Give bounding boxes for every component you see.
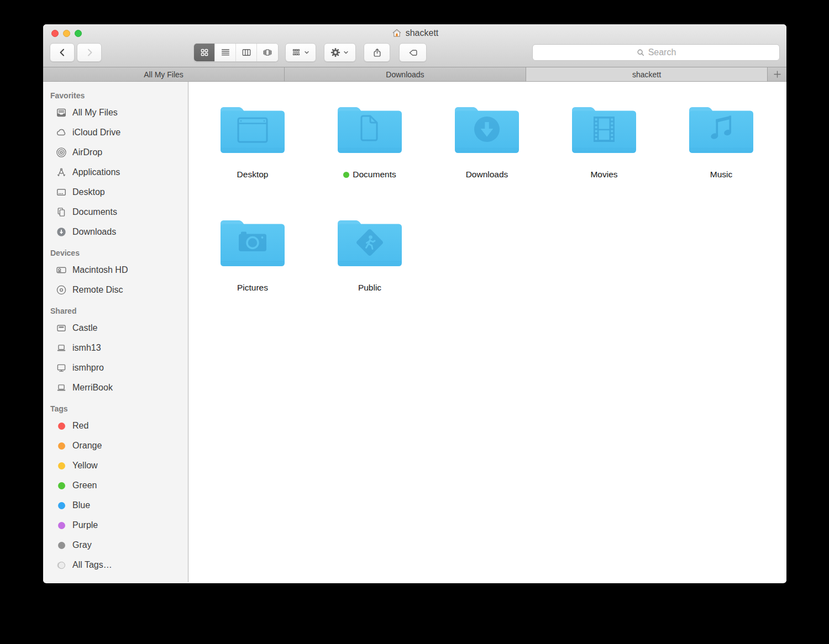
sidebar-item-green[interactable]: Green [43,476,188,495]
sidebar-item-all-tags[interactable]: All Tags… [43,555,188,575]
folder-label-row: Desktop [237,170,269,180]
folder-label-row: Documents [343,170,396,180]
sidebar-item-macintosh-hd[interactable]: Macintosh HD [43,260,188,280]
tab-shackett[interactable]: shackett [526,67,768,81]
desktop-background: shackett Search All My FilesDownloadssha… [0,0,829,644]
sidebar-item-label: AirDrop [72,147,102,157]
main-area: FavoritesAll My FilesiCloud DriveAirDrop… [43,82,786,582]
coverflow-view-button[interactable] [257,44,278,61]
sidebar-item-orange[interactable]: Orange [43,436,188,456]
back-chevron-icon [57,47,68,58]
folder-movies[interactable]: Movies [545,102,663,215]
sidebar-section-devices: DevicesMacintosh HDRemote Disc [43,246,188,300]
finder-window: shackett Search All My FilesDownloadssha… [43,24,786,583]
sidebar-item-label: ismhpro [72,363,104,373]
sidebar-item-airdrop[interactable]: AirDrop [43,142,188,162]
sidebar-item-merribook[interactable]: MerriBook [43,378,188,398]
sidebar-item-all-my-files[interactable]: All My Files [43,103,188,123]
sidebar-item-label: Remote Disc [72,285,123,295]
folder-label-row: Downloads [466,170,508,180]
sidebar-item-castle[interactable]: Castle [43,318,188,338]
folder-desktop[interactable]: Desktop [194,102,311,215]
green-tag-dot [343,172,349,178]
forward-chevron-icon [84,47,95,58]
sidebar-item-downloads[interactable]: Downloads [43,222,188,242]
sidebar-item-documents[interactable]: Documents [43,202,188,222]
folder-documents[interactable]: Documents [311,102,428,215]
folder-label-row: Public [358,283,381,293]
window-title: shackett [43,25,786,41]
tab-label: Downloads [386,70,424,79]
grid-view-icon [200,47,209,57]
sidebar-item-label: Blue [72,500,90,510]
tag-button[interactable] [399,43,427,62]
list-view-icon [221,47,230,57]
sidebar-item-gray[interactable]: Gray [43,535,188,555]
folder-music[interactable]: Music [663,102,780,215]
yellow-tag-icon [56,460,67,471]
action-button[interactable] [324,43,356,62]
sidebar-item-red[interactable]: Red [43,416,188,436]
sidebar-item-label: MerriBook [72,383,113,393]
movies-folder-icon [570,102,638,155]
sidebar-item-icloud-drive[interactable]: iCloud Drive [43,123,188,142]
sidebar-item-label: All Tags… [72,560,112,570]
sidebar-item-label: Macintosh HD [72,265,128,275]
disc-icon [56,284,67,295]
folder-public[interactable]: Public [311,215,428,329]
home-icon [391,28,402,39]
sidebar-item-blue[interactable]: Blue [43,495,188,515]
sidebar-item-applications[interactable]: Applications [43,162,188,182]
back-button[interactable] [50,43,75,62]
display-icon [56,362,67,373]
tab-all-my-files[interactable]: All My Files [43,67,285,81]
laptop-icon [56,382,67,393]
view-mode-segmented-control [193,43,279,62]
sidebar: FavoritesAll My FilesiCloud DriveAirDrop… [43,82,188,582]
tab-label: shackett [632,70,661,79]
list-view-button[interactable] [215,44,236,61]
gray-tag-icon [56,540,67,551]
folder-pictures[interactable]: Pictures [194,215,311,329]
sidebar-item-label: Orange [72,441,102,451]
share-button[interactable] [364,43,390,62]
laptop-icon [56,342,67,353]
sidebar-section-header: Devices [43,246,188,260]
new-tab-button[interactable] [768,67,786,81]
search-input[interactable]: Search [532,44,780,61]
tab-bar: All My FilesDownloadsshackett [43,67,786,82]
sidebar-item-label: Documents [72,207,117,217]
search-icon [636,48,646,57]
icloud-icon [56,127,67,138]
sidebar-section-favorites: FavoritesAll My FilesiCloud DriveAirDrop… [43,88,188,242]
sidebar-item-label: All My Files [72,108,118,118]
documents-folder-icon [335,102,404,155]
hard-drive-icon [56,265,67,276]
folder-downloads[interactable]: Downloads [428,102,545,215]
sidebar-section-tags: TagsRedOrangeYellowGreenBluePurpleGrayAl… [43,402,188,575]
column-view-icon [242,47,251,57]
tab-downloads[interactable]: Downloads [285,67,526,81]
sidebar-item-label: Downloads [72,227,116,237]
column-view-button[interactable] [236,44,257,61]
folder-label: Desktop [237,170,269,180]
sidebar-item-yellow[interactable]: Yellow [43,456,188,476]
sidebar-item-label: Gray [72,540,92,550]
icon-view-button[interactable] [194,44,215,61]
sidebar-section-header: Favorites [43,88,188,103]
arrange-button[interactable] [285,43,316,62]
folder-label-row: Movies [590,170,617,180]
sidebar-item-remote-disc[interactable]: Remote Disc [43,280,188,300]
titlebar: shackett Search [43,24,786,67]
downloads-circle-icon [56,226,67,237]
sidebar-item-ismh13[interactable]: ismh13 [43,338,188,358]
forward-button[interactable] [77,43,102,62]
folder-label: Movies [590,170,617,180]
sidebar-item-ismhpro[interactable]: ismhpro [43,358,188,378]
sidebar-item-purple[interactable]: Purple [43,515,188,535]
sidebar-item-desktop[interactable]: Desktop [43,182,188,202]
coverflow-view-icon [263,47,272,57]
folder-label-row: Pictures [237,283,268,293]
folder-label-row: Music [710,170,732,180]
pictures-folder-icon [218,215,287,268]
